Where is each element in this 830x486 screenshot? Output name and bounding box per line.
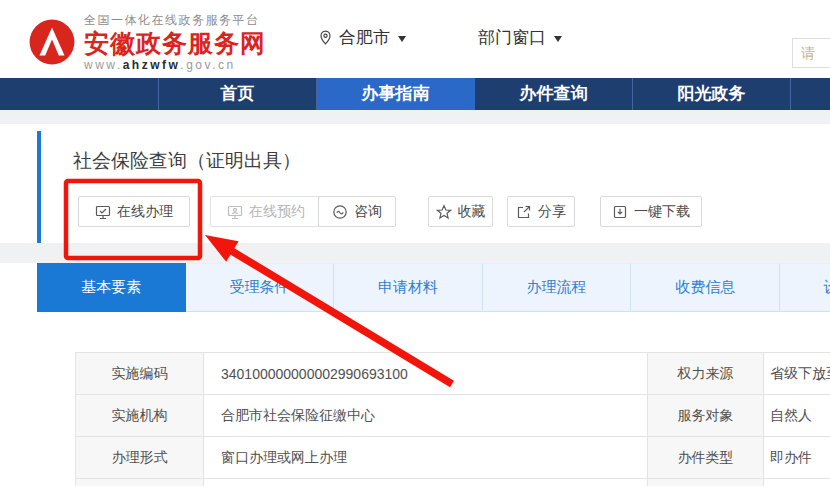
nav-item-guide[interactable]: 办事指南	[317, 78, 475, 110]
monitor-check-icon	[95, 204, 111, 220]
nav-item-home[interactable]: 首页	[158, 78, 317, 110]
site-url: www.ahzwfw.gov.cn	[84, 58, 266, 72]
logo-icon	[28, 18, 76, 66]
action-label: 在线预约	[249, 203, 305, 221]
department-selector[interactable]: 部门窗口	[472, 26, 562, 49]
platform-tagline: 全国一体化在线政务服务平台	[84, 12, 266, 29]
page-title: 社会保险查询（证明出具）	[73, 148, 301, 174]
divider-strip	[0, 243, 830, 263]
action-label: 收藏	[458, 203, 486, 221]
table-value	[764, 479, 830, 486]
tab-basic-elements[interactable]: 基本要素	[37, 263, 186, 312]
action-label: 咨询	[354, 203, 382, 221]
page: 全国一体化在线政务服务平台 安徽政务服务网 www.ahzwfw.gov.cn …	[0, 0, 830, 486]
table-row	[76, 479, 830, 486]
table-label: 服务对象	[648, 395, 764, 436]
table-label: 实施机构	[76, 395, 204, 436]
action-label: 分享	[538, 203, 566, 221]
main-nav: 首页 办事指南 办件查询 阳光政务	[0, 78, 830, 110]
search-input[interactable]	[792, 38, 830, 68]
table-value: 窗口办理或网上办理	[204, 437, 648, 478]
table-value: 合肥市社会保险征缴中心	[204, 395, 648, 436]
table-label: 权力来源	[648, 353, 764, 394]
action-label: 在线办理	[117, 203, 173, 221]
chat-bubble-icon	[332, 204, 348, 220]
tab-application-materials[interactable]: 申请材料	[334, 263, 483, 312]
chevron-down-icon	[398, 36, 406, 46]
nav-item-query[interactable]: 办件查询	[475, 78, 633, 110]
table-label: 办件类型	[648, 437, 764, 478]
location-pin-icon	[318, 29, 333, 46]
site-name: 安徽政务服务网	[84, 29, 266, 58]
table-value: 省级下放至	[764, 353, 830, 394]
table-label: 办理形式	[76, 437, 204, 478]
share-button[interactable]: 分享	[507, 196, 575, 227]
table-row: 实施编码 340100000000002990693100 权力来源 省级下放至	[76, 353, 830, 395]
chevron-down-icon	[554, 36, 562, 46]
nav-item-sunshine[interactable]: 阳光政务	[633, 78, 791, 110]
divider-strip	[0, 110, 830, 124]
city-selector[interactable]: 合肥市	[318, 26, 406, 49]
online-handle-button[interactable]: 在线办理	[78, 196, 190, 227]
favorite-button[interactable]: 收藏	[428, 196, 493, 227]
tab-setting-basis[interactable]: 设定依据	[780, 263, 830, 312]
star-icon	[436, 204, 452, 220]
tab-fee-info[interactable]: 收费信息	[631, 263, 780, 312]
table-value: 即办件	[764, 437, 830, 478]
logo-text: 全国一体化在线政务服务平台 安徽政务服务网 www.ahzwfw.gov.cn	[84, 12, 266, 72]
tab-acceptance-conditions[interactable]: 受理条件	[186, 263, 335, 312]
table-value: 340100000000002990693100	[204, 353, 648, 394]
tab-process-flow[interactable]: 办理流程	[483, 263, 632, 312]
download-button[interactable]: 一键下载	[600, 196, 702, 227]
table-value	[204, 479, 648, 486]
table-label	[76, 479, 204, 486]
table-label: 实施编码	[76, 353, 204, 394]
share-icon	[516, 204, 532, 220]
table-value: 自然人	[764, 395, 830, 436]
department-selector-label: 部门窗口	[478, 26, 546, 49]
table-row: 办理形式 窗口办理或网上办理 办件类型 即办件	[76, 437, 830, 479]
city-selector-label: 合肥市	[339, 26, 390, 49]
online-reserve-button[interactable]: 在线预约	[210, 196, 322, 227]
site-logo[interactable]: 全国一体化在线政务服务平台 安徽政务服务网 www.ahzwfw.gov.cn	[28, 12, 266, 72]
consult-button[interactable]: 咨询	[318, 196, 396, 227]
title-accent-bar	[37, 131, 41, 243]
guide-tabs: 基本要素 受理条件 申请材料 办理流程 收费信息 设定依据	[37, 263, 830, 312]
service-details-table: 实施编码 340100000000002990693100 权力来源 省级下放至…	[75, 352, 830, 486]
table-label	[648, 479, 764, 486]
download-icon	[612, 204, 628, 220]
action-label: 一键下载	[634, 203, 690, 221]
monitor-user-icon	[227, 204, 243, 220]
table-row: 实施机构 合肥市社会保险征缴中心 服务对象 自然人	[76, 395, 830, 437]
